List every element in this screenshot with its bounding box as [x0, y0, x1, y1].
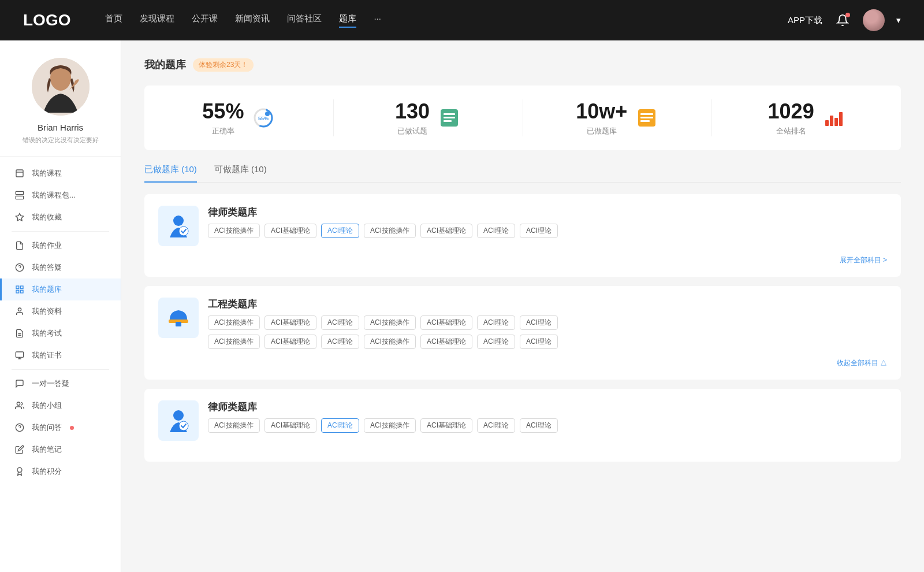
sidebar-item-course-pack[interactable]: 我的课程包...	[0, 184, 121, 206]
qbank-icon-lawyer2	[158, 400, 199, 441]
tag-eng-3[interactable]: ACI技能操作	[364, 315, 416, 330]
qbank-item-lawyer: 律师类题库 ACI技能操作 ACI基础理论 ACI理论 ACI技能操作 ACI基…	[144, 194, 901, 277]
svg-rect-27	[444, 117, 455, 118]
sidebar-item-myqa[interactable]: 我的问答	[0, 417, 121, 439]
divider-1	[12, 231, 109, 232]
tag-eng-5[interactable]: ACI理论	[477, 315, 515, 330]
tag-lawyer2-5[interactable]: ACI理论	[477, 418, 515, 433]
qbank-item-engineer: 工程类题库 ACI技能操作 ACI基础理论 ACI理论 ACI技能操作 ACI基…	[144, 286, 901, 380]
tag-lawyer-2[interactable]: ACI理论	[321, 224, 359, 238]
nav-qa[interactable]: 问答社区	[287, 13, 322, 28]
tag-eng2-5[interactable]: ACI理论	[477, 335, 515, 349]
sidebar-item-cert[interactable]: 我的证书	[0, 344, 121, 366]
tag-lawyer-5[interactable]: ACI理论	[477, 224, 515, 238]
tag-lawyer-4[interactable]: ACI基础理论	[420, 224, 472, 238]
svg-rect-28	[444, 120, 452, 122]
svg-rect-32	[640, 120, 650, 122]
nav-qbank[interactable]: 题库	[339, 13, 356, 28]
nav-open-course[interactable]: 公开课	[192, 13, 218, 28]
tag-lawyer2-1[interactable]: ACI基础理论	[264, 418, 316, 433]
tag-eng-6[interactable]: ACI理论	[520, 315, 558, 330]
tag-eng2-6[interactable]: ACI理论	[520, 335, 558, 349]
svg-point-34	[179, 226, 188, 236]
sidebar-qbank-label: 我的题库	[32, 284, 62, 295]
tag-eng2-4[interactable]: ACI基础理论	[420, 335, 472, 349]
page-header: 我的题库 体验剩余23天！	[144, 58, 901, 72]
tab-done[interactable]: 已做题库 (10)	[144, 164, 197, 182]
rank-icon	[822, 106, 845, 129]
myqa-dot	[70, 426, 74, 430]
nav-news[interactable]: 新闻资讯	[235, 13, 270, 28]
notification-bell[interactable]	[834, 12, 851, 29]
sidebar-qa-label: 我的答疑	[32, 262, 62, 273]
chat-icon	[14, 378, 25, 389]
tag-lawyer-6[interactable]: ACI理论	[520, 224, 558, 238]
done-banks-value: 10w+	[576, 99, 627, 124]
tag-lawyer2-3[interactable]: ACI技能操作	[364, 418, 416, 433]
qbank-header-engineer: 工程类题库 ACI技能操作 ACI基础理论 ACI理论 ACI技能操作 ACI基…	[158, 298, 887, 349]
sidebar-item-qbank[interactable]: 我的题库	[0, 278, 121, 300]
tag-lawyer2-6[interactable]: ACI理论	[520, 418, 558, 433]
app-download[interactable]: APP下载	[788, 15, 822, 26]
sidebar-item-notes[interactable]: 我的笔记	[0, 439, 121, 460]
expand-btn-lawyer[interactable]: 展开全部科目 >	[158, 255, 887, 265]
tags-row-lawyer2: ACI技能操作 ACI基础理论 ACI理论 ACI技能操作 ACI基础理论 AC…	[208, 418, 887, 433]
sidebar-item-favorites[interactable]: 我的收藏	[0, 206, 121, 228]
done-questions-label: 已做试题	[395, 126, 430, 136]
tag-eng2-3[interactable]: ACI技能操作	[364, 335, 416, 349]
sidebar-profile-label: 我的资料	[32, 306, 62, 317]
sidebar-myqa-label: 我的问答	[32, 422, 62, 433]
tag-lawyer-1[interactable]: ACI基础理论	[264, 224, 316, 238]
note-icon	[14, 444, 25, 455]
tag-lawyer-3[interactable]: ACI技能操作	[364, 224, 416, 238]
collapse-btn-engineer[interactable]: 收起全部科目 △	[158, 358, 887, 368]
accuracy-value: 55%	[202, 99, 244, 124]
svg-rect-30	[640, 113, 653, 115]
paper-icon	[14, 328, 25, 339]
sidebar-item-questions[interactable]: 我的答疑	[0, 257, 121, 278]
sidebar-item-courses[interactable]: 我的课程	[0, 162, 121, 184]
tags-row-lawyer: ACI技能操作 ACI基础理论 ACI理论 ACI技能操作 ACI基础理论 AC…	[208, 224, 887, 238]
sidebar-notes-label: 我的笔记	[32, 444, 62, 455]
navbar-right: APP下载 ▾	[788, 9, 901, 31]
bar-chart-icon	[825, 110, 843, 126]
tag-lawyer2-2[interactable]: ACI理论	[321, 418, 359, 433]
tag-eng-1[interactable]: ACI基础理论	[264, 315, 316, 330]
tag-lawyer2-0[interactable]: ACI技能操作	[208, 418, 260, 433]
question-icon	[14, 262, 25, 273]
sidebar-item-group[interactable]: 我的小组	[0, 395, 121, 417]
nav-courses[interactable]: 发现课程	[140, 13, 174, 28]
sidebar-item-exam[interactable]: 我的考试	[0, 322, 121, 344]
nav-more[interactable]: ···	[374, 13, 381, 28]
stat-done-banks: 10w+ 已做题库	[523, 99, 713, 136]
sidebar-item-homework[interactable]: 我的作业	[0, 235, 121, 257]
sidebar-item-profile[interactable]: 我的资料	[0, 300, 121, 322]
tags-row-engineer-2: ACI技能操作 ACI基础理论 ACI理论 ACI技能操作 ACI基础理论 AC…	[208, 335, 887, 349]
tag-eng2-1[interactable]: ACI基础理论	[264, 335, 316, 349]
tag-eng2-2[interactable]: ACI理论	[321, 335, 359, 349]
tag-eng-2[interactable]: ACI理论	[321, 315, 359, 330]
tag-eng-0[interactable]: ACI技能操作	[208, 315, 260, 330]
svg-point-20	[17, 467, 22, 472]
tag-lawyer2-4[interactable]: ACI基础理论	[420, 418, 472, 433]
user-icon	[14, 306, 25, 317]
sidebar-item-points[interactable]: 我的积分	[0, 460, 121, 482]
nav-home[interactable]: 首页	[105, 13, 122, 28]
tab-available[interactable]: 可做题库 (10)	[214, 164, 267, 182]
user-dropdown-arrow[interactable]: ▾	[896, 15, 901, 25]
sidebar-cert-label: 我的证书	[32, 350, 62, 361]
user-avatar-nav[interactable]	[863, 9, 885, 31]
tag-eng2-0[interactable]: ACI技能操作	[208, 335, 260, 349]
qa-icon	[14, 422, 25, 433]
file-icon	[14, 168, 25, 179]
navbar: LOGO 首页 发现课程 公开课 新闻资讯 问答社区 题库 ··· APP下载 …	[0, 0, 924, 40]
tag-eng-4[interactable]: ACI基础理论	[420, 315, 472, 330]
sidebar-item-tutor[interactable]: 一对一答疑	[0, 373, 121, 395]
user-name: Brian Harris	[12, 122, 109, 132]
sidebar-favorites-label: 我的收藏	[32, 212, 62, 222]
tags-row-engineer-1: ACI技能操作 ACI基础理论 ACI理论 ACI技能操作 ACI基础理论 AC…	[208, 315, 887, 330]
tag-lawyer-0[interactable]: ACI技能操作	[208, 224, 260, 238]
rank-value: 1029	[768, 99, 814, 124]
cert-icon	[14, 350, 25, 361]
svg-point-17	[17, 402, 20, 405]
